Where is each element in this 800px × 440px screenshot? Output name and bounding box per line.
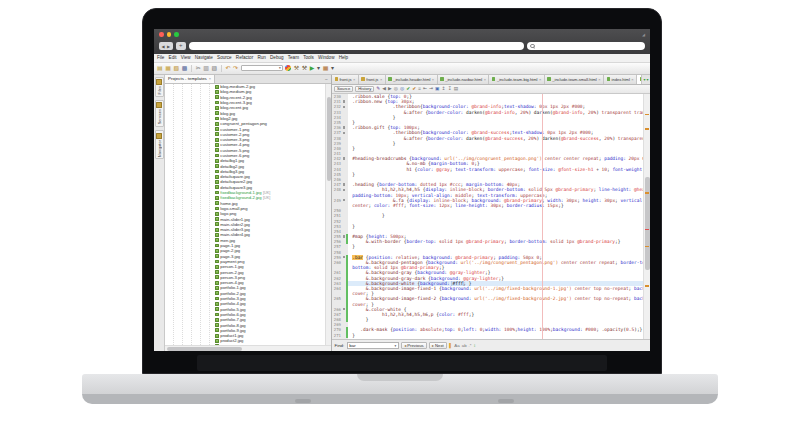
find-previous-button[interactable]: ◂Previous: [401, 342, 426, 349]
profile-project-button[interactable]: ▦: [323, 65, 329, 72]
copy-button[interactable]: ▥: [203, 65, 209, 72]
find-selection-button[interactable]: ◎: [394, 86, 398, 92]
dock-tab-services[interactable]: Services: [155, 100, 164, 127]
tab-close-icon[interactable]: ×: [484, 77, 486, 82]
history-view-button[interactable]: History: [355, 86, 374, 92]
ide-services-icon[interactable]: [285, 65, 291, 71]
shift-left-button[interactable]: ⇤: [423, 86, 427, 92]
redo-button[interactable]: ↷: [233, 65, 238, 72]
code-editor[interactable]: 230 .ribbon.sale {top: 0;}231 .ribbon.ne…: [332, 94, 643, 339]
editor-tab-front.js[interactable]: front.js×: [332, 75, 359, 84]
forward-icon[interactable]: ▶: [167, 44, 170, 49]
find-occurrences-button[interactable]: ◎: [400, 86, 404, 92]
image-file-icon: [215, 154, 219, 158]
forward-button[interactable]: ▶: [388, 86, 392, 92]
projects-panel-tab[interactable]: Projects - templates×: [165, 75, 215, 84]
new-tab-button[interactable]: +: [176, 42, 186, 50]
configuration-select[interactable]: ▾: [241, 65, 283, 72]
tree-horizontal-scrollbar[interactable]: [165, 345, 331, 351]
tab-label: _include-header.html: [393, 77, 430, 82]
open-project-button[interactable]: ▧: [174, 65, 180, 72]
cut-button[interactable]: ✂: [196, 65, 201, 72]
tab-close-icon[interactable]: ×: [539, 77, 541, 82]
main-toolbar: ▤▦▧▩✂▥▨↶↷▾⚒⚒▶▾▦▾: [154, 63, 650, 75]
menu-file[interactable]: File: [157, 55, 164, 60]
close-icon[interactable]: ×: [209, 76, 211, 81]
tab-close-icon[interactable]: ×: [432, 77, 434, 82]
editor-vertical-scrollbar[interactable]: [643, 94, 650, 339]
tab-close-icon[interactable]: ×: [380, 77, 382, 82]
run-project-button[interactable]: ▶: [310, 65, 315, 72]
find-label: Find:: [335, 343, 345, 348]
next-bookmark-button[interactable]: ↧: [448, 86, 452, 92]
toggle-bookmark-button[interactable]: ▤: [454, 86, 459, 92]
scrollbar-thumb[interactable]: [167, 347, 242, 351]
source-view-button[interactable]: Source: [334, 86, 353, 92]
editor-tab-front.js[interactable]: front.js×: [359, 75, 386, 84]
scroll-tabs-right-icon[interactable]: ▾: [646, 77, 648, 82]
run-dropdown-caret[interactable]: ▾: [317, 65, 320, 72]
editor-tab-_include-team-small.html[interactable]: _include-team-small.html×: [545, 75, 604, 84]
regex-toggle[interactable]: .*: [469, 343, 472, 348]
dock-tab-files[interactable]: Files: [155, 77, 164, 97]
menu-run[interactable]: Run: [257, 55, 265, 60]
find-next-button[interactable]: ▸Next: [429, 342, 447, 349]
paste-button[interactable]: ▨: [212, 65, 218, 72]
menu-window[interactable]: Window: [318, 55, 334, 60]
close-window-button[interactable]: [159, 32, 164, 37]
tab-scroll-buttons[interactable]: ▾ ▾: [641, 75, 650, 84]
find-options: ▌Aaab.*↕: [449, 343, 476, 348]
image-file-icon: [215, 159, 219, 163]
menu-view[interactable]: View: [181, 55, 191, 60]
menu-refactor[interactable]: Refactor: [236, 55, 253, 60]
new-project-button[interactable]: ▦: [165, 65, 171, 72]
dropdown-caret-icon[interactable]: ▾: [395, 344, 397, 348]
tab-close-icon[interactable]: ×: [631, 77, 633, 82]
editor-tab-_include-header.html[interactable]: _include-header.html×: [386, 75, 438, 84]
dock-tab-navigator[interactable]: Navigator: [155, 130, 164, 159]
check-file-button[interactable]: ✔: [406, 86, 410, 92]
url-input[interactable]: [189, 42, 524, 50]
tab-close-icon[interactable]: ×: [598, 77, 600, 82]
menu-help[interactable]: Help: [339, 55, 348, 60]
match-case-toggle[interactable]: Aa: [454, 343, 459, 348]
error-stripe-mark: [645, 246, 649, 248]
whole-words-toggle[interactable]: ab: [462, 343, 467, 348]
projects-panel: Projects - templates× − blog-medium-2.jp…: [165, 75, 332, 352]
build-project-button[interactable]: ⚒: [294, 65, 299, 72]
toolbar-separator: [191, 65, 192, 72]
clean-build-button[interactable]: ⚒: [302, 65, 307, 72]
shift-right-button[interactable]: ⇥: [429, 86, 433, 92]
previous-bookmark-button[interactable]: ↥: [442, 86, 446, 92]
back-button[interactable]: ◀: [382, 86, 386, 92]
tab-close-icon[interactable]: ×: [353, 77, 355, 82]
menu-edit[interactable]: Edit: [169, 55, 177, 60]
maximize-window-button[interactable]: [174, 32, 179, 37]
menu-tools[interactable]: Tools: [303, 55, 314, 60]
undo-button[interactable]: ↶: [225, 65, 230, 72]
editor-tab-_include-navbar.html[interactable]: _include-navbar.html×: [438, 75, 490, 84]
editor-tab-index.html[interactable]: index.html×: [604, 75, 637, 84]
format-button[interactable]: ≡: [418, 86, 421, 92]
scroll-tabs-left-icon[interactable]: ▾: [643, 77, 645, 82]
fold-gutter: [342, 338, 346, 339]
new-file-button[interactable]: ▤: [157, 65, 163, 72]
search-input[interactable]: [527, 42, 645, 51]
highlight-results-toggle[interactable]: ▌: [449, 343, 452, 348]
save-all-button[interactable]: ▩: [182, 65, 188, 72]
profile-dropdown-caret[interactable]: ▾: [331, 65, 334, 72]
last-edit-button[interactable]: ✎: [376, 86, 380, 92]
menu-team[interactable]: Team: [288, 55, 299, 60]
back-icon[interactable]: ◀: [162, 44, 165, 49]
menu-navigate[interactable]: Navigate: [195, 55, 213, 60]
toggle-highlight-button[interactable]: ▣: [435, 86, 440, 92]
image-file-icon: [215, 143, 219, 147]
validate-button[interactable]: ✔: [412, 86, 416, 92]
editor-tab-_include-team-big.html[interactable]: _include-team-big.html×: [489, 75, 544, 84]
menu-debug[interactable]: Debug: [270, 55, 284, 60]
find-input[interactable]: bar▾: [347, 342, 399, 349]
wrap-search-toggle[interactable]: ↕: [474, 343, 476, 348]
minimize-panel-icon[interactable]: −: [325, 76, 331, 82]
minimize-window-button[interactable]: [167, 32, 172, 37]
menu-source[interactable]: Source: [217, 55, 232, 60]
